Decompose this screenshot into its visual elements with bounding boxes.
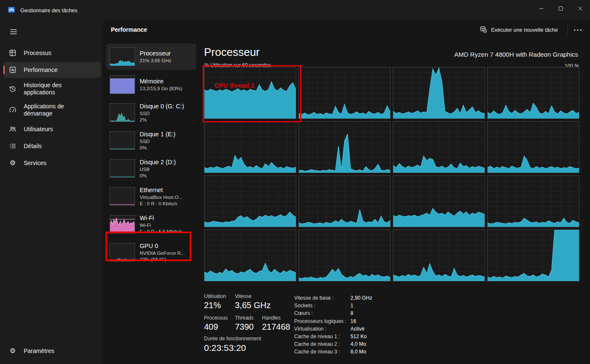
perf-item-title: Mémoire [140, 77, 182, 85]
cpu-thumbnail-chart [110, 47, 135, 66]
perf-list-item-ethernet[interactable]: Ethernet VirtualBox Host-O... E : 0 R : … [106, 183, 196, 210]
sidebar-item-label: Détails [24, 143, 90, 150]
stat-vitesse: Vitesse 3,65 GHz [235, 293, 270, 310]
cpu-chart-logical-processor-13 [204, 229, 296, 281]
perf-item-title: Disque 0 (G: C:) [140, 102, 184, 110]
perf-item-line2: SSD [140, 110, 184, 117]
users-icon [8, 125, 17, 133]
stat-handles: Handles 217468 [262, 315, 290, 332]
cpu-chart-logical-processor-9 [204, 175, 296, 227]
window-title: Gestionnaire des tâches [20, 8, 77, 14]
spec-row: Virtualisation : Activé [294, 325, 372, 333]
sidebar-item-label: Applications de démarrage [24, 103, 90, 117]
minimize-button[interactable] [532, 0, 551, 17]
close-button[interactable] [571, 0, 590, 17]
perf-list-item-cpu[interactable]: Processeur 21% 3,65 GHz [106, 44, 196, 70]
app-icon [8, 6, 15, 14]
sidebar-item-demarrage[interactable]: Applications de démarrage [3, 100, 101, 120]
sidebar-item-performance[interactable]: Performance [3, 62, 101, 78]
header-divider [568, 25, 568, 35]
spec-row: Vitesse de base : 2,90 GHz [294, 294, 372, 302]
sidebar-item-parametres[interactable]: ⚙ Paramètres [3, 343, 101, 359]
uptime-value: 0:23:53:20 [204, 343, 246, 353]
perf-item-line3: 0% [140, 173, 176, 179]
spec-row: Cache de niveau 1 : 512 Ko [294, 333, 372, 340]
cpu-detail-title: Processeur [204, 46, 260, 59]
wifi-thumbnail-chart [110, 215, 135, 234]
cpu-specs: Vitesse de base : 2,90 GHz Sockets : 1 C… [294, 294, 372, 356]
perf-item-title: Disque 1 (E:) [140, 130, 176, 138]
cpu-chart-logical-processor-14 [298, 229, 391, 281]
sidebar-item-label: Processus [24, 50, 90, 57]
sidebar-item-processus[interactable]: Processus [3, 45, 101, 61]
sidebar-item-services[interactable]: ⚙ Services [3, 155, 101, 171]
sidebar: Processus Performance Historique des app… [0, 20, 103, 364]
settings-icon: ⚙ [8, 347, 17, 355]
perf-item-line2: SSD [140, 138, 176, 145]
sidebar-item-label: Services [24, 160, 90, 167]
processes-icon [8, 49, 17, 57]
stat-utilisation: Utilisation 21% [204, 293, 226, 310]
sidebar-item-label: Performance [24, 66, 90, 74]
run-new-task-icon [480, 26, 487, 34]
performance-icon [8, 66, 17, 74]
perf-item-line2: 13,2/15,9 Go (83%) [140, 85, 182, 92]
cpu-chart-logical-processor-3 [393, 67, 485, 119]
cpu-model: AMD Ryzen 7 4800H with Radeon Graphics [454, 51, 578, 58]
services-icon: ⚙ [8, 159, 17, 167]
maximize-button[interactable] [551, 0, 571, 17]
cpu-chart-logical-processor-4 [487, 67, 579, 119]
sidebar-item-details[interactable]: Détails [3, 138, 101, 154]
perf-item-line2: 21% 3,65 GHz [140, 58, 171, 64]
spec-row: Cache de niveau 2 : 4,0 Mo [294, 340, 372, 348]
cpu-chart-logical-processor-15 [393, 229, 485, 281]
task-manager-window: Gestionnaire des tâches Processus Perfor… [0, 0, 590, 364]
disk2-thumbnail-chart [110, 159, 135, 178]
perf-list-item-disk0[interactable]: Disque 0 (G: C:) SSD 2% [106, 99, 196, 126]
cpu-chart-logical-processor-16 [487, 229, 579, 281]
cpu-chart-logical-processor-12 [487, 175, 579, 227]
perf-list-item-disk2[interactable]: Disque 2 (D:) USB 0% [106, 155, 196, 182]
spec-row: Processeurs logiques : 16 [294, 317, 372, 325]
perf-item-line2: USB [140, 166, 176, 173]
ethernet-thumbnail-chart [110, 187, 135, 206]
startup-icon [8, 106, 17, 114]
sidebar-item-historique[interactable]: Historique des applications [3, 79, 101, 99]
perf-list-item-disk1[interactable]: Disque 1 (E:) SSD 0% [106, 127, 196, 154]
sidebar-item-label: Paramètres [24, 347, 90, 355]
sidebar-item-label: Historique des applications [24, 82, 90, 96]
cpu-chart-logical-processor-2 [298, 67, 391, 119]
perf-item-line3: 0% [140, 145, 176, 151]
more-options-button[interactable] [571, 25, 584, 36]
annotation-label-cpu-thread-1: CPU thread 1 [215, 82, 254, 89]
run-new-task-button[interactable]: Exécuter une nouvelle tâche [476, 24, 562, 36]
spec-row: Cache de niveau 3 : 8,0 Mo [294, 348, 372, 356]
cpu-chart-logical-processor-8 [487, 121, 579, 173]
cpu-chart-logical-processor-7 [393, 121, 485, 173]
stat-processus: Processus 409 [204, 315, 228, 332]
perf-item-line3: 2% [140, 117, 184, 123]
disk0-thumbnail-chart [110, 103, 135, 122]
perf-item-line3: E : 0 R : 0 Kbits/s [140, 201, 182, 207]
perf-list-item-memory[interactable]: Mémoire 13,2/15,9 Go (83%) [106, 72, 196, 98]
cpu-chart-logical-processor-11 [393, 175, 485, 227]
page-title: Performance [111, 26, 147, 33]
stat-threads: Threads 7390 [235, 315, 254, 332]
sidebar-item-utilisateurs[interactable]: Utilisateurs [3, 121, 101, 137]
details-icon [8, 142, 17, 150]
perf-item-title: Ethernet [140, 186, 182, 194]
cpu-chart-logical-processor-6 [298, 121, 391, 173]
sidebar-nav: Processus Performance Historique des app… [0, 45, 103, 171]
sidebar-bottom: ⚙ Paramètres [0, 342, 103, 360]
disk1-thumbnail-chart [110, 131, 135, 150]
memory-thumbnail-chart [110, 75, 135, 94]
annotation-box-gpu-item [105, 232, 191, 261]
perf-item-title: Disque 2 (D:) [140, 158, 176, 166]
perf-item-line2: VirtualBox Host-O... [140, 194, 182, 201]
history-icon [8, 85, 17, 93]
uptime-label: Durée de fonctionnement [204, 336, 261, 342]
hamburger-menu-button[interactable] [6, 25, 21, 39]
perf-item-line2: Wi-Fi [140, 222, 182, 229]
perf-item-title: Wi-Fi [140, 214, 182, 222]
cpu-stats: Utilisation 21% Vitesse 3,65 GHz Process… [204, 293, 576, 361]
